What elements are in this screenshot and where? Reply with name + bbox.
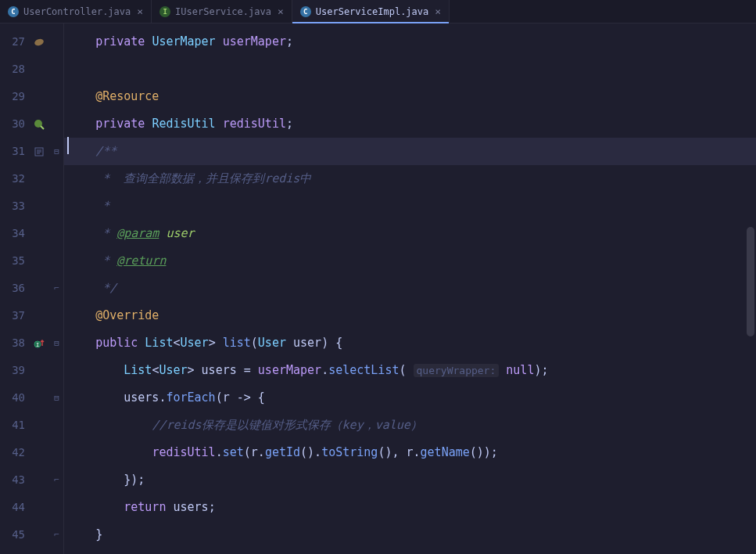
line-number: 39 (0, 357, 28, 384)
code-line[interactable]: private UserMaper userMaper; (64, 28, 756, 56)
line-number: 34 (0, 220, 28, 247)
tab-usercontroller[interactable]: C UserController.java × (0, 0, 152, 23)
svg-text:I: I (36, 342, 39, 348)
override-up-icon[interactable]: I (34, 338, 45, 349)
code-line[interactable]: public List<User> list(User user) { (64, 329, 756, 357)
code-line[interactable]: * 查询全部数据，并且保存到redis中 (64, 165, 756, 192)
line-number: 27 (0, 28, 28, 56)
line-number: 36 (0, 275, 28, 302)
close-icon[interactable]: × (278, 5, 284, 17)
code-line[interactable] (64, 56, 756, 83)
gutter-icons: I (28, 23, 50, 554)
fold-collapse-icon[interactable]: ⊟ (50, 138, 63, 165)
doc-icon (34, 146, 45, 157)
code-line[interactable]: * (64, 192, 756, 220)
fold-end-icon[interactable]: ⌐ (50, 275, 63, 302)
bean-icon (33, 36, 45, 49)
tab-iuserservice[interactable]: I IUserService.java × (152, 0, 292, 23)
code-line[interactable]: redisUtil.set(r.getId().toString(), r.ge… (64, 439, 756, 466)
line-number-gutter: 27 28 29 30 31 32 33 34 35 36 37 38 39 4… (0, 23, 28, 554)
code-line[interactable]: } (64, 521, 756, 549)
code-line[interactable]: users.forEach(r -> { (64, 384, 756, 412)
vertical-scrollbar[interactable] (747, 23, 754, 554)
svg-point-0 (34, 38, 45, 47)
fold-end-icon[interactable]: ⌐ (50, 521, 63, 549)
java-class-icon: C (8, 6, 19, 17)
java-class-icon: C (300, 6, 311, 17)
tab-bar: C UserController.java × I IUserService.j… (0, 0, 756, 23)
line-number: 42 (0, 439, 28, 466)
close-icon[interactable]: × (137, 5, 143, 17)
line-number: 32 (0, 165, 28, 192)
line-number: 44 (0, 494, 28, 521)
code-line[interactable]: return users; (64, 494, 756, 521)
java-interface-icon: I (159, 6, 170, 17)
fold-end-icon[interactable]: ⌐ (50, 466, 63, 494)
text-caret (67, 137, 69, 154)
line-number: 28 (0, 56, 28, 83)
code-line[interactable]: * @param user (64, 220, 756, 247)
code-line[interactable]: List<User> users = userMaper.selectList(… (64, 357, 756, 384)
line-number: 43 (0, 466, 28, 494)
code-line[interactable]: */ (64, 275, 756, 302)
line-number: 33 (0, 192, 28, 220)
code-content[interactable]: private UserMaper userMaper; @Resource p… (64, 23, 756, 554)
scroll-thumb[interactable] (747, 227, 754, 336)
line-number: 29 (0, 83, 28, 110)
line-number: 45 (0, 521, 28, 549)
line-number: 35 (0, 247, 28, 275)
line-number: 37 (0, 302, 28, 329)
tab-userserviceimpl[interactable]: C UserServiceImpl.java × (292, 0, 450, 23)
code-line[interactable]: //reids保存是以键值对形式保存（key，value） (64, 412, 756, 439)
editor: 27 28 29 30 31 32 33 34 35 36 37 38 39 4… (0, 23, 756, 554)
parameter-hint: queryWrapper: (414, 364, 500, 377)
tab-label: UserController.java (23, 6, 131, 17)
tab-label: IUserService.java (175, 6, 271, 17)
code-line[interactable]: }); (64, 466, 756, 494)
line-number: 40 (0, 384, 28, 412)
close-icon[interactable]: × (435, 5, 441, 17)
code-line[interactable]: @Override (64, 302, 756, 329)
line-number: 41 (0, 412, 28, 439)
line-number: 38 (0, 329, 28, 357)
bean-nav-icon[interactable] (33, 118, 45, 131)
fold-gutter: ⊟ ⌐ ⊟ ⊟ ⌐ ⌐ (50, 23, 64, 554)
fold-collapse-icon[interactable]: ⊟ (50, 329, 63, 357)
code-line[interactable]: * @return (64, 247, 756, 275)
code-line[interactable]: /** (64, 138, 756, 165)
line-number: 31 (0, 138, 28, 165)
fold-collapse-icon[interactable]: ⊟ (50, 384, 63, 412)
code-line[interactable]: private RedisUtil redisUtil; (64, 110, 756, 138)
tab-label: UserServiceImpl.java (316, 6, 429, 17)
code-line[interactable]: @Resource (64, 83, 756, 110)
line-number: 30 (0, 110, 28, 138)
